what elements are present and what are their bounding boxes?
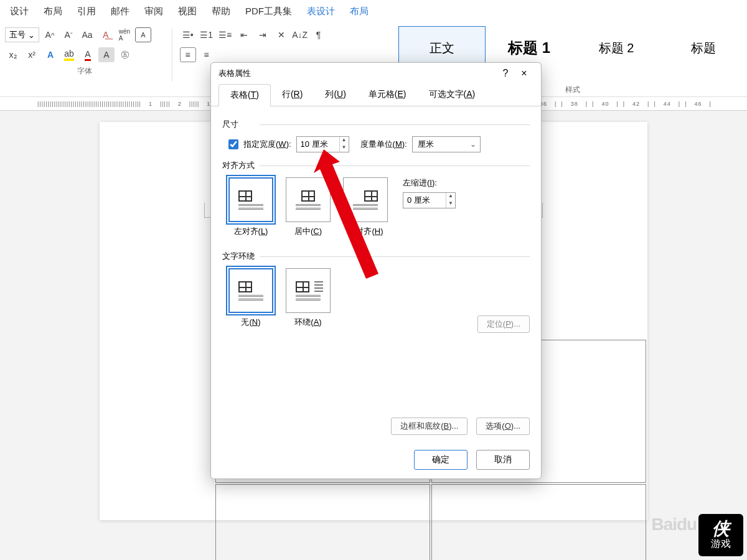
shrink-font-icon[interactable]: Aˇ — [60, 27, 77, 42]
wrap-none-option[interactable] — [228, 268, 273, 313]
wrap-none-label: 无(N) — [241, 317, 260, 327]
table-properties-dialog: 表格属性 ? × 表格(T) 行(R) 列(U) 单元格(E) 可选文字(A) … — [210, 62, 542, 479]
show-marks-icon[interactable]: ¶ — [311, 27, 327, 42]
char-shading-icon[interactable]: A — [98, 47, 115, 62]
align-center-option[interactable] — [286, 177, 331, 222]
tab-table[interactable]: 表格(T) — [218, 84, 271, 106]
site-badge: 侠 游戏 — [698, 514, 743, 556]
align-center-label: 居中(C) — [294, 226, 322, 236]
indent-input[interactable] — [403, 195, 446, 207]
dialog-titlebar: 表格属性 ? × — [211, 63, 541, 84]
tab-row[interactable]: 行(R) — [271, 84, 314, 106]
section-alignment: 对齐方式 — [222, 160, 530, 171]
numbering-icon[interactable]: ☰1 — [199, 27, 215, 42]
bullets-icon[interactable]: ☰• — [180, 27, 196, 42]
options-button[interactable]: 选项(O)... — [476, 418, 530, 435]
specify-width-label: 指定宽度(W): — [243, 139, 291, 150]
spin-up-icon[interactable]: ▲ — [446, 193, 455, 200]
dialog-title: 表格属性 — [218, 68, 251, 79]
grow-font-icon[interactable]: A^ — [42, 27, 58, 42]
align-left-option[interactable] — [228, 177, 273, 222]
text-effects-icon[interactable]: A — [42, 47, 59, 62]
multilevel-icon[interactable]: ☰≡ — [217, 27, 233, 42]
align-right-option[interactable] — [343, 177, 388, 222]
spin-down-icon[interactable]: ▼ — [446, 200, 455, 208]
dialog-footer: 确定 取消 — [211, 441, 541, 478]
font-color-icon[interactable]: A — [80, 47, 96, 62]
menu-references[interactable]: 引用 — [70, 2, 103, 21]
style-heading2[interactable]: 标题 2 — [573, 26, 660, 70]
font-group-label: 字体 — [5, 66, 164, 77]
clear-format-icon[interactable]: A͟ — [98, 27, 114, 42]
menu-review[interactable]: 审阅 — [137, 2, 171, 21]
left-indent-label: 左缩进(I): — [403, 177, 456, 189]
width-input[interactable] — [297, 139, 339, 151]
spin-down-icon[interactable]: ▼ — [340, 144, 349, 152]
align-left-icon[interactable]: ≡ — [180, 47, 196, 62]
menu-table-layout[interactable]: 布局 — [342, 2, 376, 21]
menu-mail[interactable]: 邮件 — [103, 2, 137, 21]
align-center-icon[interactable]: ≡ — [199, 47, 215, 62]
wrap-around-label: 环绕(A) — [294, 317, 321, 327]
increase-indent-icon[interactable]: ⇥ — [255, 27, 271, 42]
change-case-icon[interactable]: Aa — [79, 27, 95, 42]
width-spinbox[interactable]: ▲▼ — [296, 136, 349, 152]
dialog-close-button[interactable]: × — [515, 68, 533, 79]
ribbon-separator — [172, 29, 172, 82]
spin-up-icon[interactable]: ▲ — [340, 137, 349, 144]
menu-bar: 设计 布局 引用 邮件 审阅 视图 帮助 PDF工具集 表设计 布局 — [0, 0, 747, 22]
dialog-tabs: 表格(T) 行(R) 列(U) 单元格(E) 可选文字(A) — [211, 84, 541, 106]
section-wrap: 文字环绕 — [222, 251, 530, 262]
char-border-icon[interactable]: A — [135, 27, 151, 42]
font-size-dropdown[interactable]: 五号 ⌄ — [5, 27, 39, 42]
menu-help[interactable]: 帮助 — [204, 2, 238, 21]
align-right-label: 右对齐(H) — [347, 226, 383, 236]
enclose-char-icon[interactable]: ㊄ — [117, 47, 133, 62]
measure-label: 度量单位(M): — [360, 139, 407, 150]
menu-design[interactable]: 设计 — [2, 2, 36, 21]
decrease-indent-icon[interactable]: ⇤ — [236, 27, 252, 42]
chevron-down-icon: ⌄ — [28, 30, 35, 40]
superscript-icon[interactable]: x² — [24, 47, 40, 62]
phonetic-icon[interactable]: wénA — [116, 27, 133, 42]
style-heading[interactable]: 标题 — [660, 26, 747, 70]
subscript-icon[interactable]: x₂ — [5, 47, 21, 62]
highlight-icon[interactable]: ab — [61, 47, 77, 62]
menu-pdf[interactable]: PDF工具集 — [238, 2, 299, 21]
borders-shading-button[interactable]: 边框和底纹(B)... — [391, 418, 467, 435]
asian-layout-icon[interactable]: ✕ — [273, 27, 289, 42]
specify-width-checkbox[interactable] — [228, 139, 238, 149]
measure-unit-select[interactable]: 厘米 — [412, 136, 481, 152]
ribbon-font-group: 五号 ⌄ A^ Aˇ Aa A͟ wénA A x₂ x² A ab A A ㊄… — [0, 22, 169, 96]
tab-cell[interactable]: 单元格(E) — [357, 84, 418, 106]
menu-table-design[interactable]: 表设计 — [299, 2, 342, 21]
section-size: 尺寸 — [222, 119, 530, 130]
menu-view[interactable]: 视图 — [171, 2, 204, 21]
tab-alt-text[interactable]: 可选文字(A) — [418, 84, 487, 106]
dialog-body: 尺寸 指定宽度(W): ▲▼ 度量单位(M): 厘米 对齐方式 左对齐(L) 居… — [211, 106, 541, 340]
positioning-button[interactable]: 定位(P)... — [477, 315, 530, 333]
ok-button[interactable]: 确定 — [414, 450, 467, 470]
wrap-around-option[interactable] — [286, 268, 331, 313]
menu-layout[interactable]: 布局 — [36, 2, 70, 21]
sort-icon[interactable]: A↓Z — [292, 27, 308, 42]
cancel-button[interactable]: 取消 — [476, 450, 530, 470]
dialog-help-button[interactable]: ? — [496, 68, 515, 79]
indent-spinbox[interactable]: ▲▼ — [403, 192, 456, 208]
align-left-label: 左对齐(L) — [234, 226, 268, 236]
tab-column[interactable]: 列(U) — [314, 84, 357, 106]
